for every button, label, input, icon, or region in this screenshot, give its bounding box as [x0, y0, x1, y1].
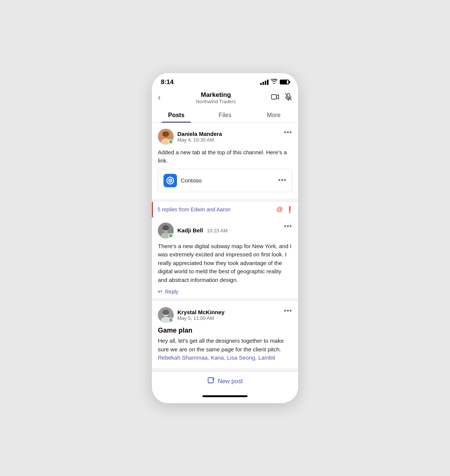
svg-point-14: [162, 225, 169, 230]
urgent-icon: ❗: [286, 206, 294, 214]
online-status: [168, 139, 173, 144]
post2-time: May 5, 11:00 AM: [177, 315, 225, 321]
status-icons: [260, 79, 289, 85]
svg-point-18: [162, 310, 169, 315]
svg-point-7: [162, 131, 169, 137]
nav-title-group: Marketing Northwind Traders: [196, 91, 236, 104]
reply-author-row: Kadji Bell 10:23 AM: [158, 223, 228, 238]
post-card-2: Krystal McKinney May 5, 11:00 AM ••• Gam…: [152, 301, 298, 368]
home-bar: [202, 395, 248, 397]
status-bar: 8:14: [152, 73, 298, 89]
attachment-card[interactable]: Contoso •••: [158, 169, 292, 192]
attachment-more-menu[interactable]: •••: [278, 176, 286, 184]
status-time: 8:14: [161, 78, 174, 86]
replies-icons: @ ❗: [276, 206, 294, 214]
reply-body: There's a new digital subway map for New…: [158, 242, 292, 285]
new-post-bar[interactable]: New post: [152, 371, 298, 392]
feed: Daniela Mandera May 4, 10:30 AM ••• Adde…: [152, 123, 298, 371]
tab-more[interactable]: More: [249, 108, 298, 122]
reply-button[interactable]: ↵ Reply: [158, 288, 292, 295]
tab-posts[interactable]: Posts: [152, 108, 201, 122]
post2-online-status: [168, 318, 173, 322]
battery-icon: [280, 80, 289, 84]
wifi-icon: [271, 79, 278, 85]
reply-author-name: Kadji Bell: [177, 227, 203, 233]
attachment-name: Contoso: [181, 177, 202, 184]
replies-bar[interactable]: 5 replies from Edwin and Aaron @ ❗: [152, 202, 298, 217]
author-name: Daniela Mandera: [177, 131, 222, 137]
post-time: May 4, 10:30 AM: [177, 137, 222, 143]
replies-text: 5 replies from Edwin and Aaron: [158, 206, 231, 212]
reply-online-status: [168, 233, 173, 238]
post2-more-menu[interactable]: •••: [284, 307, 292, 315]
reply-card: Kadji Bell 10:23 AM ••• There's a new di…: [152, 217, 298, 298]
signal-icon: [260, 80, 268, 85]
svg-rect-19: [208, 378, 213, 383]
attachment-left: Contoso: [164, 174, 202, 187]
reply-avatar-wrap: [158, 223, 174, 238]
post2-title: Game plan: [158, 327, 292, 334]
post2-avatar-wrap: [158, 307, 174, 323]
tab-files[interactable]: Files: [201, 108, 249, 122]
post2-header: Krystal McKinney May 5, 11:00 AM •••: [158, 307, 292, 323]
post2-author-row: Krystal McKinney May 5, 11:00 AM: [158, 307, 225, 323]
attachment-logo: [164, 174, 177, 187]
post-header: Daniela Mandera May 4, 10:30 AM •••: [158, 129, 292, 145]
nav-actions: [271, 93, 292, 103]
tab-bar: Posts Files More: [152, 108, 298, 123]
reply-header: Kadji Bell 10:23 AM •••: [158, 223, 292, 238]
video-icon[interactable]: [271, 93, 279, 102]
phone-frame: 8:14 ‹ Marketing Northwind Traders: [152, 73, 298, 403]
channel-subtitle: Northwind Traders: [196, 99, 236, 104]
reply-author-info: Kadji Bell 10:23 AM: [177, 227, 228, 234]
nav-bar: ‹ Marketing Northwind Traders: [152, 89, 298, 108]
author-info: Daniela Mandera May 4, 10:30 AM: [177, 131, 222, 143]
svg-rect-0: [272, 95, 276, 99]
back-button[interactable]: ‹: [158, 93, 160, 102]
mute-icon[interactable]: [285, 93, 292, 103]
new-post-label: New post: [218, 378, 243, 385]
reply-time: 10:23 AM: [207, 228, 228, 233]
new-post-icon: [207, 377, 215, 386]
post2-author-name: Krystal McKinney: [177, 309, 225, 315]
author-row: Daniela Mandera May 4, 10:30 AM: [158, 129, 222, 145]
reply-more-menu[interactable]: •••: [284, 223, 292, 230]
reply-arrow-icon: ↵: [158, 288, 163, 295]
post-body: Added a new tab at the top of this chann…: [158, 148, 292, 165]
reply-label: Reply: [165, 289, 178, 295]
post-more-menu[interactable]: •••: [284, 129, 292, 137]
post-card: Daniela Mandera May 4, 10:30 AM ••• Adde…: [152, 123, 298, 199]
channel-title: Marketing: [196, 91, 236, 99]
svg-point-10: [170, 180, 171, 181]
mention-icon: @: [276, 206, 283, 213]
post2-author-info: Krystal McKinney May 5, 11:00 AM: [177, 309, 225, 321]
post2-body: Hey all, let's get all the designers tog…: [158, 337, 292, 362]
home-indicator: [152, 392, 298, 403]
mention-rebekah: Rebekah Shammaa, Kana, Lisa Seong, Lambi…: [158, 354, 275, 361]
avatar-wrap: [158, 129, 174, 145]
